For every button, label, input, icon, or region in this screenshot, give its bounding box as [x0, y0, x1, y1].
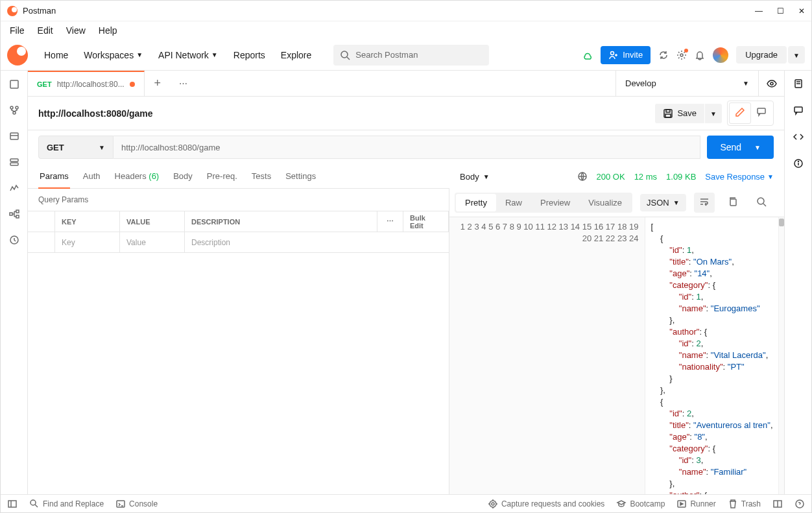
right-rail [784, 71, 811, 494]
value-input[interactable]: Value [120, 232, 185, 252]
search-input[interactable]: Search Postman [333, 45, 489, 66]
tab-params[interactable]: Params [38, 165, 70, 189]
svg-rect-36 [117, 501, 125, 507]
comments-icon[interactable] [793, 105, 804, 117]
view-raw[interactable]: Raw [496, 194, 531, 211]
environment-quick-look[interactable] [758, 71, 784, 96]
tab-auth[interactable]: Auth [82, 165, 102, 187]
nav-api-network[interactable]: API Network▼ [152, 46, 224, 64]
save-dropdown[interactable]: ▼ [705, 104, 722, 123]
nav-home[interactable]: Home [38, 46, 75, 64]
flows-icon[interactable] [8, 208, 20, 220]
runner[interactable]: Runner [676, 499, 715, 509]
menu-edit[interactable]: Edit [32, 23, 58, 38]
tab-prereq[interactable]: Pre-req. [206, 165, 239, 187]
info-icon[interactable] [793, 158, 804, 171]
svg-rect-12 [10, 213, 12, 215]
code-icon[interactable] [793, 132, 804, 144]
tab-options-button[interactable]: ⋯ [171, 71, 197, 96]
svg-rect-10 [10, 159, 18, 161]
globe-icon[interactable] [577, 171, 588, 182]
search-response-icon[interactable] [751, 193, 772, 213]
bulk-edit-link[interactable]: Bulk Edit [403, 211, 449, 232]
environment-selector[interactable]: Develop ▼ [615, 71, 758, 96]
request-name: http://localhost:8080/game [38, 108, 153, 119]
svg-point-23 [758, 198, 764, 204]
nav-workspaces[interactable]: Workspaces▼ [77, 46, 149, 64]
settings-icon[interactable] [676, 50, 687, 60]
svg-point-37 [490, 501, 496, 507]
method-selector[interactable]: GET▼ [38, 136, 113, 159]
postman-logo-icon[interactable] [7, 45, 28, 66]
copy-icon[interactable] [722, 193, 743, 213]
save-button[interactable]: Save [655, 104, 704, 123]
upgrade-button[interactable]: Upgrade [736, 46, 787, 64]
nav-explore[interactable]: Explore [274, 46, 318, 64]
col-checkbox [28, 211, 55, 232]
minimize-button[interactable]: — [755, 6, 763, 16]
url-input[interactable]: http://localhost:8080/game [113, 136, 700, 159]
help-icon[interactable] [794, 499, 805, 509]
mock-servers-icon[interactable] [8, 156, 20, 168]
invite-button[interactable]: Invite [601, 46, 651, 64]
new-tab-button[interactable]: + [145, 71, 171, 96]
response-body-tab[interactable]: Body▼ [460, 172, 490, 182]
request-bar: GET▼ http://localhost:8080/game Send▼ [28, 130, 784, 164]
key-input[interactable]: Key [55, 232, 120, 252]
apis-icon[interactable] [8, 104, 20, 116]
view-preview[interactable]: Preview [531, 194, 579, 211]
chevron-down-icon: ▼ [710, 110, 717, 117]
monitors-icon[interactable] [8, 182, 20, 194]
comment-icon[interactable] [751, 102, 772, 124]
view-pretty[interactable]: Pretty [456, 194, 496, 211]
params-table: KEY VALUE DESCRIPTION ⋯ Bulk Edit Key Va… [28, 211, 449, 253]
console[interactable]: Console [115, 499, 158, 509]
response-pane: Body▼ 200 OK 12 ms 1.09 KB Save Response… [449, 189, 784, 494]
sync-status-icon[interactable] [658, 50, 669, 60]
col-more[interactable]: ⋯ [377, 211, 403, 232]
postman-logo-icon [7, 6, 18, 16]
request-tab[interactable]: GET http://localhost:80... [28, 71, 145, 96]
request-header: http://localhost:8080/game Save ▼ [28, 97, 784, 130]
maximize-button[interactable]: ☐ [777, 6, 784, 16]
menu-bar: File Edit View Help [1, 21, 811, 40]
history-icon[interactable] [8, 234, 20, 246]
bootcamp[interactable]: Bootcamp [616, 499, 665, 509]
format-selector[interactable]: JSON▼ [640, 194, 686, 211]
sync-icon[interactable] [582, 50, 593, 60]
capture-requests[interactable]: Capture requests and cookies [488, 499, 604, 509]
query-params-label: Query Params [28, 189, 449, 211]
documentation-icon[interactable] [793, 78, 804, 91]
col-value: VALUE [120, 211, 185, 232]
code-viewer[interactable]: 1 2 3 4 5 6 7 8 9 10 11 12 13 14 15 16 1… [449, 217, 784, 494]
svg-point-5 [10, 106, 13, 109]
environments-icon[interactable] [8, 130, 20, 142]
upgrade-dropdown[interactable]: ▼ [788, 46, 805, 64]
menu-view[interactable]: View [61, 23, 91, 38]
two-pane-icon[interactable] [772, 499, 783, 509]
save-response-link[interactable]: Save Response▼ [705, 172, 774, 182]
edit-icon[interactable] [729, 102, 751, 124]
collections-icon[interactable] [8, 78, 20, 90]
hide-sidebar-icon[interactable] [7, 499, 18, 509]
find-replace[interactable]: Find and Replace [29, 499, 104, 509]
svg-rect-13 [16, 210, 19, 213]
svg-rect-11 [10, 163, 18, 165]
description-input[interactable]: Description [185, 232, 449, 252]
close-button[interactable]: ✕ [798, 6, 805, 16]
avatar[interactable] [713, 47, 728, 63]
menu-help[interactable]: Help [93, 23, 123, 38]
tab-headers[interactable]: Headers (6) [113, 165, 161, 187]
unsaved-dot-icon [130, 82, 135, 87]
trash[interactable]: Trash [728, 499, 761, 509]
tab-body[interactable]: Body [172, 165, 194, 187]
nav-reports[interactable]: Reports [227, 46, 272, 64]
wrap-line-icon[interactable] [694, 193, 715, 213]
view-visualize[interactable]: Visualize [579, 194, 631, 211]
notifications-icon[interactable] [695, 50, 705, 60]
scrollbar[interactable] [778, 217, 784, 494]
tab-settings[interactable]: Settings [284, 165, 317, 187]
tab-tests[interactable]: Tests [250, 165, 272, 187]
send-button[interactable]: Send▼ [707, 136, 774, 159]
menu-file[interactable]: File [5, 23, 30, 38]
